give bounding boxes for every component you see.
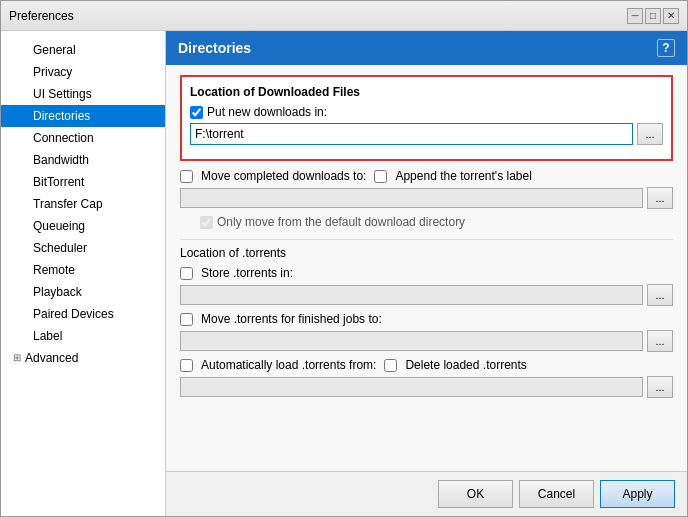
append-label-checkbox[interactable] (374, 170, 387, 183)
sidebar-item-playback[interactable]: Playback (1, 281, 165, 303)
move-finished-path-row: ... (180, 330, 673, 352)
move-completed-checkbox[interactable] (180, 170, 193, 183)
move-finished-browse-button[interactable]: ... (647, 330, 673, 352)
auto-load-checkbox[interactable] (180, 359, 193, 372)
sidebar-item-label: Remote (33, 261, 75, 279)
move-completed-browse-button[interactable]: ... (647, 187, 673, 209)
store-torrents-label: Store .torrents in: (201, 266, 293, 280)
sidebar-item-label: BitTorrent (33, 173, 84, 191)
move-completed-label: Move completed downloads to: (201, 169, 366, 183)
download-path-input[interactable] (190, 123, 633, 145)
content-area: GeneralPrivacyUI SettingsDirectoriesConn… (1, 31, 687, 516)
move-completed-path-input[interactable] (180, 188, 643, 208)
store-torrents-path-input[interactable] (180, 285, 643, 305)
store-torrents-checkbox[interactable] (180, 267, 193, 280)
downloaded-files-section: Location of Downloaded Files Put new dow… (180, 75, 673, 161)
delete-loaded-label: Delete loaded .torrents (405, 358, 526, 372)
put-new-downloads-row: Put new downloads in: (190, 105, 663, 119)
sidebar-item-directories[interactable]: Directories (1, 105, 165, 127)
sidebar-item-label: Scheduler (33, 239, 87, 257)
torrents-location-section: Location of .torrents Store .torrents in… (180, 246, 673, 398)
sidebar-item-transfer-cap[interactable]: Transfer Cap (1, 193, 165, 215)
downloaded-files-title: Location of Downloaded Files (190, 85, 663, 99)
sidebar-item-label: General (33, 41, 76, 59)
sidebar-item-connection[interactable]: Connection (1, 127, 165, 149)
only-move-checkbox[interactable] (200, 216, 213, 229)
sidebar-item-label: Bandwidth (33, 151, 89, 169)
sidebar-item-label: Directories (33, 107, 90, 125)
window-title: Preferences (9, 9, 74, 23)
sidebar-item-label: Advanced (25, 349, 78, 367)
store-torrents-browse-button[interactable]: ... (647, 284, 673, 306)
minimize-button[interactable]: ─ (627, 8, 643, 24)
sidebar-item-scheduler[interactable]: Scheduler (1, 237, 165, 259)
auto-load-browse-button[interactable]: ... (647, 376, 673, 398)
section-divider (180, 239, 673, 240)
put-new-downloads-checkbox[interactable] (190, 106, 203, 119)
apply-button[interactable]: Apply (600, 480, 675, 508)
sidebar-item-advanced[interactable]: ⊞Advanced (1, 347, 165, 369)
download-path-row: ... (190, 123, 663, 145)
sidebar-item-paired-devices[interactable]: Paired Devices (1, 303, 165, 325)
auto-load-label: Automatically load .torrents from: (201, 358, 376, 372)
auto-load-path-row: ... (180, 376, 673, 398)
sidebar-item-bandwidth[interactable]: Bandwidth (1, 149, 165, 171)
cancel-button[interactable]: Cancel (519, 480, 594, 508)
sidebar-item-ui-settings[interactable]: UI Settings (1, 83, 165, 105)
append-label-text: Append the torrent's label (395, 169, 531, 183)
download-path-browse-button[interactable]: ... (637, 123, 663, 145)
panel-body: Location of Downloaded Files Put new dow… (166, 65, 687, 471)
sidebar-item-label: Transfer Cap (33, 195, 103, 213)
ok-button[interactable]: OK (438, 480, 513, 508)
sidebar-item-label: Privacy (33, 63, 72, 81)
sidebar-item-bittorrent[interactable]: BitTorrent (1, 171, 165, 193)
sidebar-item-label: Paired Devices (33, 305, 114, 323)
store-torrents-row: Store .torrents in: (180, 266, 673, 280)
move-finished-label: Move .torrents for finished jobs to: (201, 312, 382, 326)
move-finished-checkbox[interactable] (180, 313, 193, 326)
maximize-button[interactable]: □ (645, 8, 661, 24)
sidebar-item-remote[interactable]: Remote (1, 259, 165, 281)
title-bar: Preferences ─ □ ✕ (1, 1, 687, 31)
button-bar: OK Cancel Apply (166, 471, 687, 516)
close-button[interactable]: ✕ (663, 8, 679, 24)
sidebar-item-queueing[interactable]: Queueing (1, 215, 165, 237)
window-controls: ─ □ ✕ (627, 8, 679, 24)
expand-icon: ⊞ (13, 349, 21, 367)
panel-header: Directories ? (166, 31, 687, 65)
move-finished-row: Move .torrents for finished jobs to: (180, 312, 673, 326)
auto-load-path-input[interactable] (180, 377, 643, 397)
move-completed-section: Move completed downloads to: Append the … (180, 169, 673, 229)
sidebar-item-privacy[interactable]: Privacy (1, 61, 165, 83)
torrents-location-title: Location of .torrents (180, 246, 673, 260)
sidebar-item-label: Connection (33, 129, 94, 147)
sidebar: GeneralPrivacyUI SettingsDirectoriesConn… (1, 31, 166, 516)
panel-title: Directories (178, 40, 251, 56)
move-completed-path-row: ... (180, 187, 673, 209)
main-content: Directories ? Location of Downloaded Fil… (166, 31, 687, 516)
put-new-downloads-label: Put new downloads in: (207, 105, 327, 119)
preferences-window: Preferences ─ □ ✕ GeneralPrivacyUI Setti… (0, 0, 688, 517)
help-button[interactable]: ? (657, 39, 675, 57)
sidebar-item-label: Label (33, 327, 62, 345)
only-move-row: Only move from the default download dire… (180, 215, 673, 229)
sidebar-item-label[interactable]: Label (1, 325, 165, 347)
sidebar-item-label: UI Settings (33, 85, 92, 103)
sidebar-item-general[interactable]: General (1, 39, 165, 61)
sidebar-item-label: Playback (33, 283, 82, 301)
move-completed-row: Move completed downloads to: Append the … (180, 169, 673, 183)
move-finished-path-input[interactable] (180, 331, 643, 351)
auto-load-row: Automatically load .torrents from: Delet… (180, 358, 673, 372)
sidebar-item-label: Queueing (33, 217, 85, 235)
only-move-label: Only move from the default download dire… (217, 215, 465, 229)
store-torrents-path-row: ... (180, 284, 673, 306)
delete-loaded-checkbox[interactable] (384, 359, 397, 372)
